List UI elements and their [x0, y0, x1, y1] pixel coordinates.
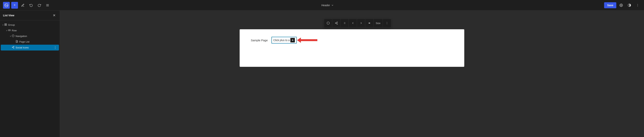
navigation-label: Navigation	[16, 35, 58, 38]
sidebar-item-navigation[interactable]: ∨ Navigation	[1, 33, 59, 39]
toolbar-align-button[interactable]	[365, 19, 374, 27]
sidebar-header: List View ✕	[0, 11, 60, 21]
editor-canvas: Sample Page Click plus to a +	[240, 29, 464, 67]
svg-point-27	[335, 23, 336, 24]
list-view-title: List View	[3, 14, 14, 17]
arrow-body	[300, 39, 317, 41]
toolbar-circle-button[interactable]	[324, 19, 332, 27]
close-sidebar-button[interactable]: ✕	[52, 13, 57, 18]
topbar-right: Save	[604, 2, 641, 9]
wp-logo[interactable]	[3, 2, 10, 9]
svg-point-26	[337, 22, 338, 23]
editor-area[interactable]: Size Sample Page Click plus to a +	[60, 11, 644, 137]
navigation-icon	[12, 35, 14, 38]
svg-point-40	[387, 23, 387, 23]
svg-point-25	[327, 22, 329, 24]
svg-point-21	[12, 47, 13, 48]
toolbar-more-button[interactable]	[383, 19, 391, 27]
document-overview-button[interactable]	[44, 2, 51, 9]
svg-line-29	[336, 23, 337, 24]
sidebar-item-social-icons[interactable]: ∨ Social Icons ⋮	[1, 45, 59, 51]
row-icon	[8, 29, 11, 32]
topbar: + Header Save	[0, 0, 644, 11]
contrast-button[interactable]	[626, 2, 633, 9]
svg-rect-12	[5, 25, 6, 26]
sidebar-item-row[interactable]: ∨ Row	[1, 28, 59, 33]
svg-point-8	[638, 6, 638, 6]
undo-button[interactable]	[28, 2, 34, 9]
nav-content: Sample Page Click plus to a +	[251, 37, 453, 44]
arrow-head	[297, 38, 301, 43]
main-layout: List View ✕ ∨ Group ∨ Row ∨	[0, 11, 644, 137]
svg-point-41	[387, 24, 387, 24]
sidebar: List View ✕ ∨ Group ∨ Row ∨	[0, 11, 60, 137]
row-label: Row	[12, 29, 58, 32]
svg-line-30	[336, 22, 337, 23]
social-icons-icon	[12, 46, 14, 49]
group-label: Group	[8, 24, 58, 26]
svg-point-36	[345, 24, 345, 24]
sidebar-item-page-list[interactable]: ∨ Page List	[1, 39, 59, 45]
tools-button[interactable]	[20, 2, 26, 9]
annotation-arrow	[300, 39, 317, 41]
block-toolbar: Size	[324, 19, 391, 27]
toolbar-drag-button[interactable]	[340, 19, 349, 27]
svg-point-31	[344, 22, 344, 23]
svg-point-34	[345, 23, 345, 23]
toolbar-size-button[interactable]: Size	[374, 19, 383, 27]
svg-rect-11	[6, 25, 6, 26]
svg-rect-10	[6, 24, 6, 24]
click-plus-text: Click plus to a	[273, 39, 290, 42]
page-list-icon	[16, 40, 18, 43]
group-icon	[4, 23, 7, 27]
svg-rect-9	[5, 24, 6, 24]
social-icons-more-button[interactable]: ⋮	[53, 46, 58, 49]
svg-point-33	[344, 23, 344, 23]
click-plus-box[interactable]: Click plus to a +	[272, 37, 297, 44]
svg-point-32	[345, 22, 345, 23]
chevron-icon: ∨	[6, 30, 7, 32]
topbar-left: +	[3, 2, 51, 9]
sample-page-link[interactable]: Sample Page	[251, 39, 268, 42]
toolbar-prev-button[interactable]	[349, 19, 357, 27]
chevron-icon: ∨	[10, 35, 11, 37]
inline-add-button[interactable]: +	[290, 38, 295, 42]
template-name: Header	[322, 4, 330, 7]
sidebar-tree: ∨ Group ∨ Row ∨ Navigation	[0, 21, 60, 137]
svg-point-22	[14, 48, 14, 48]
add-block-button[interactable]: +	[11, 2, 18, 9]
settings-button[interactable]	[618, 2, 624, 9]
toolbar-share-button[interactable]	[332, 19, 340, 27]
svg-rect-38	[368, 23, 370, 24]
svg-point-7	[638, 5, 638, 5]
svg-point-35	[344, 24, 344, 24]
chevron-icon: ∨	[2, 24, 4, 26]
page-list-label: Page List	[19, 40, 58, 43]
svg-line-23	[13, 48, 14, 48]
svg-point-4	[621, 5, 622, 6]
save-button[interactable]: Save	[604, 2, 616, 8]
svg-point-28	[337, 24, 338, 24]
sidebar-item-group[interactable]: ∨ Group	[1, 22, 59, 28]
svg-point-39	[387, 22, 387, 22]
more-options-button[interactable]	[634, 2, 641, 9]
svg-line-24	[13, 47, 14, 47]
svg-point-20	[14, 46, 14, 47]
template-label[interactable]: Header	[322, 4, 334, 7]
social-icons-label: Social Icons	[16, 46, 53, 49]
redo-button[interactable]	[36, 2, 43, 9]
toolbar-next-button[interactable]	[357, 19, 365, 27]
svg-point-6	[638, 4, 638, 4]
